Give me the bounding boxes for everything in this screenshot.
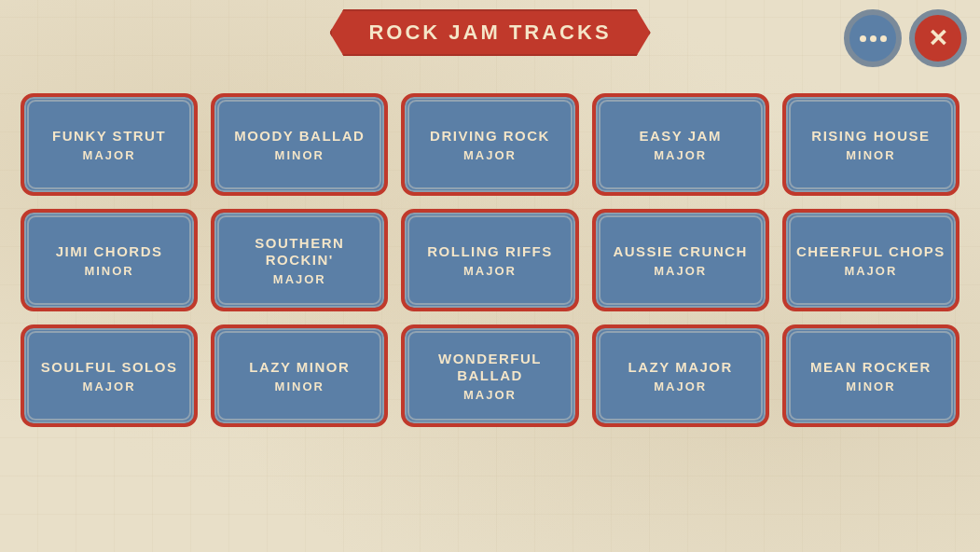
track-card[interactable]: LAZY MAJORMAJOR bbox=[592, 324, 769, 427]
more-button[interactable] bbox=[846, 11, 900, 65]
track-key: MAJOR bbox=[844, 264, 897, 278]
track-card[interactable]: EASY JAMMAJOR bbox=[592, 93, 769, 196]
track-key: MAJOR bbox=[463, 264, 517, 278]
dots-icon bbox=[860, 35, 887, 42]
top-buttons: ✕ bbox=[846, 11, 965, 65]
track-card[interactable]: ROLLING RIFFSMAJOR bbox=[401, 209, 578, 311]
track-name: CHEERFUL CHOPS bbox=[796, 243, 945, 260]
track-key: MAJOR bbox=[463, 148, 517, 162]
track-card[interactable]: SOULFUL SOLOSMAJOR bbox=[21, 324, 198, 427]
track-name: JIMI CHORDS bbox=[56, 243, 163, 260]
track-name: SOUTHERN ROCKIN' bbox=[222, 235, 377, 269]
track-card[interactable]: AUSSIE CRUNCHMAJOR bbox=[592, 209, 769, 311]
track-name: FUNKY STRUT bbox=[52, 128, 166, 145]
track-key: MAJOR bbox=[83, 380, 136, 393]
track-key: MAJOR bbox=[273, 272, 326, 286]
track-card[interactable]: SOUTHERN ROCKIN'MAJOR bbox=[211, 209, 388, 311]
track-name: MOODY BALLAD bbox=[234, 128, 365, 145]
track-key: MINOR bbox=[275, 148, 324, 162]
track-card[interactable]: FUNKY STRUTMAJOR bbox=[21, 93, 198, 196]
track-key: MAJOR bbox=[654, 264, 707, 278]
track-card[interactable]: JIMI CHORDSMINOR bbox=[21, 209, 198, 311]
track-name: LAZY MAJOR bbox=[628, 359, 733, 376]
track-key: MAJOR bbox=[654, 380, 707, 393]
track-key: MAJOR bbox=[463, 388, 517, 402]
track-name: MEAN ROCKER bbox=[810, 359, 932, 376]
track-name: DRIVING ROCK bbox=[430, 128, 550, 145]
track-card[interactable]: CHEERFUL CHOPSMAJOR bbox=[782, 209, 959, 311]
track-name: RISING HOUSE bbox=[811, 128, 930, 145]
track-card[interactable]: WONDERFUL BALLADMAJOR bbox=[401, 324, 578, 427]
track-name: LAZY MINOR bbox=[249, 359, 350, 376]
track-card[interactable]: MEAN ROCKERMINOR bbox=[782, 324, 959, 427]
track-key: MAJOR bbox=[654, 148, 707, 162]
track-name: ROLLING RIFFS bbox=[427, 243, 553, 260]
track-card[interactable]: LAZY MINORMINOR bbox=[211, 324, 388, 427]
track-card[interactable]: RISING HOUSEMINOR bbox=[782, 93, 959, 196]
track-key: MINOR bbox=[84, 264, 133, 278]
track-key: MAJOR bbox=[83, 148, 136, 162]
track-key: MINOR bbox=[275, 380, 324, 393]
close-button[interactable]: ✕ bbox=[911, 11, 965, 65]
track-card[interactable]: DRIVING ROCKMAJOR bbox=[401, 93, 578, 196]
track-name: EASY JAM bbox=[639, 128, 721, 145]
close-icon: ✕ bbox=[928, 26, 948, 50]
track-key: MINOR bbox=[846, 380, 895, 393]
track-name: SOULFUL SOLOS bbox=[41, 359, 178, 376]
track-name: AUSSIE CRUNCH bbox=[613, 243, 748, 260]
header-banner: ROCK JAM TRACKS bbox=[329, 9, 650, 56]
page-title: ROCK JAM TRACKS bbox=[329, 9, 650, 56]
track-grid: FUNKY STRUTMAJORMOODY BALLADMINORDRIVING… bbox=[11, 84, 969, 436]
track-name: WONDERFUL BALLAD bbox=[412, 351, 567, 384]
track-key: MINOR bbox=[846, 148, 895, 162]
track-card[interactable]: MOODY BALLADMINOR bbox=[211, 93, 388, 196]
